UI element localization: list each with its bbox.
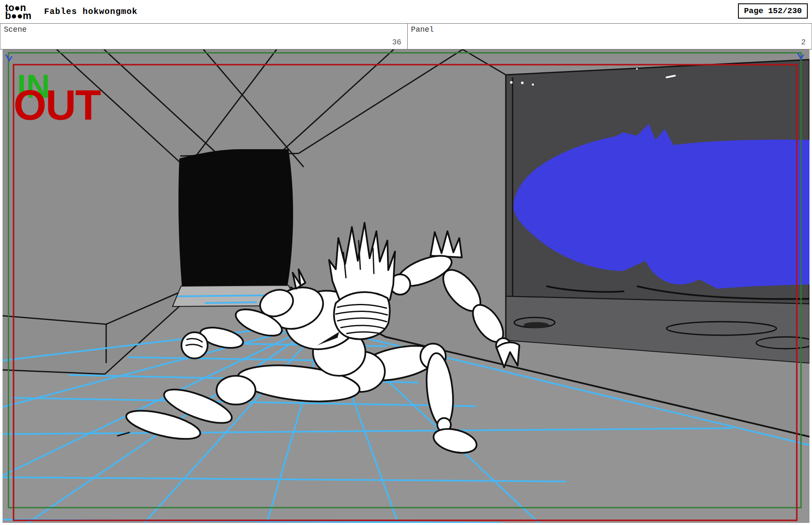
storyboard-canvas: IN OUT (3, 49, 809, 523)
doorway-opening (178, 149, 293, 289)
scene-value: 36 (392, 38, 401, 46)
scene-panel-row: Scene 36 Panel 2 (0, 23, 812, 49)
left-fist (181, 332, 208, 358)
threshold-grid-line2 (206, 302, 256, 303)
scene-label: Scene (4, 25, 27, 34)
panel-label: Panel (411, 25, 434, 34)
panel-cell: Panel 2 (408, 24, 812, 49)
page-header: to●nb●●m Fables hokwongmok Page 152/230 (0, 0, 812, 23)
panel-value: 2 (801, 38, 806, 46)
hair-line3 (373, 248, 374, 273)
project-title: Fables hokwongmok (44, 7, 137, 16)
left-knee (217, 376, 255, 405)
logo-line2: b●●m (5, 10, 31, 21)
space-window (506, 60, 809, 304)
sill-reflection-dark (524, 322, 549, 328)
out-label: OUT (14, 81, 101, 129)
scene-cell: Scene 36 (0, 24, 408, 49)
storyboard-drawing: IN OUT (3, 49, 809, 523)
page-number-box: Page 152/230 (738, 3, 808, 19)
doorway (173, 149, 299, 306)
toonboom-logo: to●nb●●m (5, 4, 31, 20)
